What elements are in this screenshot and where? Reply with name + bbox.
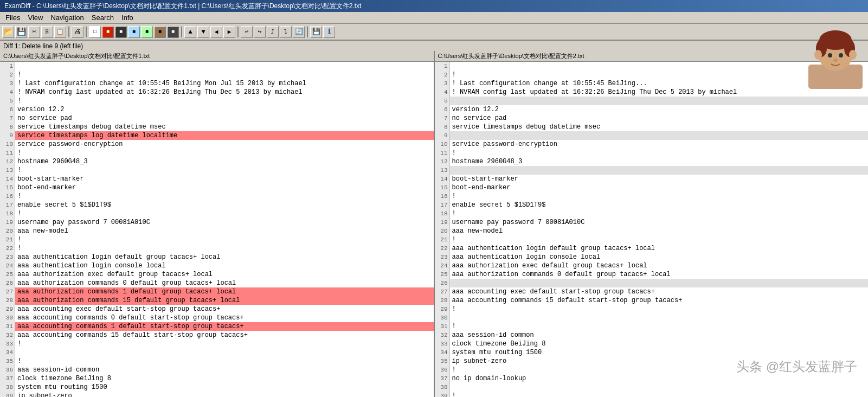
line-number: 11: [435, 149, 450, 157]
menu-info[interactable]: Info: [118, 12, 137, 23]
line-content: !: [450, 305, 869, 313]
merge-down-button[interactable]: ⤵: [280, 26, 292, 38]
btn-green[interactable]: ■: [141, 26, 153, 38]
line-row: 21!: [435, 235, 869, 244]
line-row: 12hostname 2960G48_3: [0, 157, 434, 166]
merge-left-button[interactable]: ↩: [241, 26, 253, 38]
save-button[interactable]: 💾: [15, 26, 27, 38]
line-number: 6: [0, 105, 15, 114]
line-row: 20aaa new-model: [0, 227, 434, 235]
toolbar-sep4: [237, 27, 239, 37]
line-content: boot-start-marker: [450, 175, 869, 183]
line-content: [450, 97, 869, 105]
line-content: service timestamps log datetime localtim…: [15, 131, 434, 140]
refresh-button[interactable]: 🔄: [293, 26, 305, 38]
info-button[interactable]: ℹ: [323, 26, 335, 38]
cut-button[interactable]: ✂: [28, 26, 40, 38]
line-content: !: [450, 209, 869, 218]
menu-navigation[interactable]: Navigation: [47, 12, 87, 23]
menu-files[interactable]: Files: [2, 12, 23, 23]
right-pane-content[interactable]: 12!3! Last configuration change at 10:55…: [435, 62, 869, 397]
line-content: !: [450, 71, 869, 79]
print-button[interactable]: 🖨: [72, 26, 83, 38]
line-row: 4! NVRAM config last updated at 16:32:26…: [0, 88, 434, 97]
line-number: 22: [435, 244, 450, 253]
line-row: 34system mtu routing 1500: [435, 348, 869, 357]
line-content: aaa authentication login console local: [450, 253, 869, 261]
pane-container: C:\Users\红头发蓝胖子\Desktop\文档对比\配置文件1.txt 1…: [0, 51, 868, 397]
line-number: 15: [0, 183, 15, 192]
line-content: service timestamps debug datetime msec: [450, 123, 869, 131]
line-row: 7no service pad: [0, 114, 434, 123]
btn-red[interactable]: ■: [102, 26, 114, 38]
line-number: 25: [435, 270, 450, 279]
prev-diff-button[interactable]: ▲: [184, 26, 196, 38]
line-content: username pay password 7 00081A010C: [450, 218, 869, 227]
open-button[interactable]: 📂: [2, 26, 14, 38]
line-number: 3: [435, 79, 450, 88]
line-number: 2: [0, 71, 15, 79]
line-content: boot-start-marker: [15, 175, 434, 183]
merge-up-button[interactable]: ⤴: [267, 26, 279, 38]
line-content: !: [15, 235, 434, 244]
next-file-button[interactable]: ▶: [223, 26, 235, 38]
line-row: 37no ip domain-lookup: [435, 374, 869, 383]
line-number: 17: [0, 201, 15, 209]
line-content: aaa authorization commands 15 default gr…: [15, 296, 434, 305]
line-row: 34: [0, 348, 434, 357]
line-number: 10: [0, 140, 15, 149]
line-content: aaa authorization commands 1 default gro…: [15, 287, 434, 296]
right-pane-header: C:\Users\红头发蓝胖子\Desktop\文档对比\配置文件2.txt: [435, 51, 869, 62]
line-content: no service pad: [15, 114, 434, 123]
line-content: [450, 383, 869, 392]
right-pane: C:\Users\红头发蓝胖子\Desktop\文档对比\配置文件2.txt 1…: [435, 51, 869, 397]
copy-button[interactable]: ⎘: [41, 26, 53, 38]
line-row: 15boot-end-marker: [0, 183, 434, 192]
line-number: 35: [435, 357, 450, 366]
line-row: 3! Last configuration change at 10:55:45…: [435, 79, 869, 88]
right-file-path: C:\Users\红头发蓝胖子\Desktop\文档对比\配置文件2.txt: [438, 52, 584, 60]
line-row: 30: [435, 313, 869, 322]
merge-right-button[interactable]: ↪: [254, 26, 266, 38]
prev-file-button[interactable]: ◀: [210, 26, 222, 38]
line-row: 2!: [0, 71, 434, 79]
next-diff-button[interactable]: ▼: [197, 26, 209, 38]
status-bar: Diff 1: Delete line 9 (left file): [0, 40, 868, 51]
line-content: [450, 62, 869, 71]
line-content: !: [15, 166, 434, 175]
line-row: 16!: [0, 192, 434, 201]
btn-blue1[interactable]: ■: [128, 26, 140, 38]
line-number: 30: [0, 313, 15, 322]
line-number: 33: [0, 340, 15, 348]
line-content: version 12.2: [15, 105, 434, 114]
line-row: 6version 12.2: [0, 105, 434, 114]
left-pane-content[interactable]: 12!3! Last configuration change at 10:55…: [0, 62, 434, 397]
line-row: 38system mtu routing 1500: [0, 383, 434, 392]
line-row: 1: [435, 62, 869, 71]
btn-brown[interactable]: ■: [154, 26, 166, 38]
paste-button[interactable]: 📋: [54, 26, 66, 38]
btn-dark[interactable]: ■: [115, 26, 127, 38]
line-row: 12hostname 2960G48_3: [435, 157, 869, 166]
btn-white[interactable]: □: [89, 26, 101, 38]
line-content: boot-end-marker: [450, 183, 869, 192]
line-number: 6: [435, 105, 450, 114]
btn-dark2[interactable]: ■: [167, 26, 179, 38]
line-number: 36: [0, 366, 15, 374]
line-row: 31aaa accounting commands 1 default star…: [0, 322, 434, 331]
menu-view[interactable]: View: [24, 12, 46, 23]
line-number: 14: [0, 175, 15, 183]
line-content: service password-encryption: [450, 140, 869, 149]
line-content: ! Last configuration change at 10:55:45 …: [450, 79, 869, 88]
menu-search[interactable]: Search: [88, 12, 117, 23]
line-row: 11!: [435, 149, 869, 157]
line-row: 18!: [435, 209, 869, 218]
toolbar-sep1: [68, 27, 69, 37]
line-row: 32aaa session-id common: [435, 331, 869, 340]
line-number: 31: [435, 322, 450, 331]
save2-button[interactable]: 💾: [310, 26, 322, 38]
line-content: [450, 313, 869, 322]
line-number: 4: [435, 88, 450, 97]
line-number: 38: [0, 383, 15, 392]
line-row: 39!: [435, 392, 869, 397]
